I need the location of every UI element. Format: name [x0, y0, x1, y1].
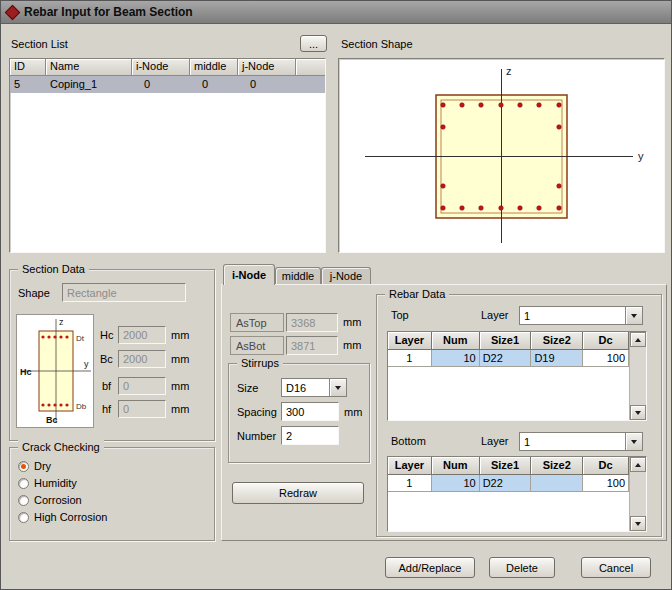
astop-unit: mm	[343, 316, 361, 328]
column-header-inode[interactable]: i-Node	[132, 59, 190, 76]
tab-j-node[interactable]: j-Node	[321, 267, 371, 284]
crack-checking-legend: Crack Checking	[18, 440, 104, 454]
col-size2: Size2	[531, 332, 583, 350]
dropdown-button[interactable]	[329, 379, 346, 396]
column-header-jnode[interactable]: j-Node	[238, 59, 296, 76]
scroll-up-button[interactable]	[630, 332, 646, 347]
window-title: Rebar Input for Beam Section	[24, 5, 193, 19]
diagram-bc-label: Bc	[46, 415, 58, 425]
diagram-db-label: Db	[76, 402, 87, 411]
stirrups-legend: Stirrups	[237, 356, 283, 370]
cell-size2[interactable]	[531, 475, 583, 492]
chevron-down-icon	[631, 314, 637, 318]
tab-label: middle	[282, 270, 314, 282]
scroll-track[interactable]	[630, 347, 646, 405]
scroll-down-button[interactable]	[630, 516, 646, 531]
column-header-id[interactable]: ID	[10, 59, 46, 76]
cell-dc[interactable]: 100	[583, 350, 629, 367]
diagram-dt-label: Dt	[76, 334, 85, 343]
bottom-layer-combo[interactable]: 1	[519, 432, 643, 451]
cell-dc[interactable]: 100	[583, 475, 629, 492]
hf-label: hf	[102, 403, 111, 415]
cell-size1[interactable]: D22	[480, 475, 532, 492]
top-layer-label: Layer	[481, 309, 509, 321]
bc-field: 2000	[118, 350, 166, 368]
cell-num[interactable]: 10	[432, 350, 480, 367]
scroll-track[interactable]	[630, 472, 646, 516]
dropdown-button[interactable]	[625, 307, 642, 324]
tab-middle[interactable]: middle	[275, 267, 321, 284]
radio-indicator	[18, 478, 29, 489]
radio-dry[interactable]: Dry	[18, 459, 51, 473]
astop-field: 3368	[286, 313, 338, 332]
browse-button[interactable]: ...	[300, 35, 327, 52]
cell-layer[interactable]: 1	[388, 475, 432, 492]
column-header-filler	[296, 59, 325, 76]
col-size1: Size1	[480, 332, 532, 350]
column-header-middle[interactable]: middle	[190, 59, 238, 76]
section-list-row[interactable]: 5 Coping_1 0 0 0	[10, 76, 325, 93]
crack-checking-group: Crack Checking Dry Humidity Corrosion Hi…	[9, 447, 215, 541]
section-data-legend: Section Data	[18, 262, 89, 276]
rebar-top-row: 1 10 D22 D19 100	[388, 350, 629, 367]
combo-value: D16	[282, 379, 329, 396]
section-shape-canvas: z y	[338, 58, 665, 253]
bf-field: 0	[118, 377, 166, 395]
radio-label: High Corrosion	[34, 511, 107, 523]
redraw-button[interactable]: Redraw	[232, 482, 364, 504]
radio-corrosion[interactable]: Corrosion	[18, 493, 82, 507]
rebar-top-header: Layer Num Size1 Size2 Dc	[388, 332, 629, 350]
top-layer-combo[interactable]: 1	[519, 306, 643, 325]
stirrups-group: Stirrups Size D16 Spacing mm Number	[228, 363, 370, 463]
section-shape-drawing: z y	[339, 59, 664, 252]
bc-unit: mm	[171, 353, 189, 365]
bottom-layer-label: Layer	[481, 435, 509, 447]
top-table-scrollbar[interactable]	[629, 332, 646, 420]
hc-label: Hc	[100, 329, 113, 341]
cell-size1[interactable]: D22	[480, 350, 532, 367]
radio-humidity[interactable]: Humidity	[18, 476, 77, 490]
number-input[interactable]	[281, 426, 339, 445]
spacing-unit: mm	[344, 406, 362, 418]
cell-middle: 0	[190, 76, 238, 93]
cell-inode: 0	[132, 76, 190, 93]
spacing-input[interactable]	[281, 402, 339, 421]
app-icon	[5, 4, 21, 20]
hc-field: 2000	[118, 326, 166, 344]
cancel-button[interactable]: Cancel	[581, 557, 651, 578]
cell-layer[interactable]: 1	[388, 350, 432, 367]
scroll-down-button[interactable]	[630, 405, 646, 420]
dropdown-button[interactable]	[625, 433, 642, 450]
stirrup-size-combo[interactable]: D16	[281, 378, 347, 397]
col-num: Num	[432, 332, 480, 350]
cell-num[interactable]: 10	[432, 475, 480, 492]
hc-unit: mm	[171, 329, 189, 341]
add-replace-button[interactable]: Add/Replace	[385, 557, 475, 578]
section-list-table: ID Name i-Node middle j-Node 5 Coping_1 …	[9, 58, 326, 253]
titlebar[interactable]: Rebar Input for Beam Section	[1, 1, 671, 24]
arrow-down-icon	[635, 411, 641, 415]
hf-field: 0	[118, 400, 166, 418]
astop-label: AsTop	[230, 313, 284, 332]
tab-i-node[interactable]: i-Node	[223, 264, 275, 285]
node-tab-strip: i-Node middle j-Node	[221, 264, 421, 285]
rebar-bottom-table: Layer Num Size1 Size2 Dc 1 10 D22 100	[387, 456, 647, 532]
col-layer: Layer	[388, 332, 432, 350]
cell-size2[interactable]: D19	[531, 350, 583, 367]
tab-label: i-Node	[232, 269, 266, 281]
diagram-y-label: y	[84, 359, 89, 369]
bottom-table-scrollbar[interactable]	[629, 457, 646, 531]
section-list-label: Section List	[11, 38, 68, 50]
node-tab-panel: AsTop 3368 mm AsBot 3871 mm Stirrups Siz…	[221, 284, 667, 541]
shape-label: Shape	[18, 287, 50, 299]
diagram-z-label: z	[59, 317, 64, 327]
arrow-down-icon	[635, 522, 641, 526]
column-header-name[interactable]: Name	[46, 59, 132, 76]
shape-field: Rectangle	[62, 283, 186, 302]
delete-button[interactable]: Delete	[489, 557, 555, 578]
scroll-up-button[interactable]	[630, 457, 646, 472]
col-dc: Dc	[583, 332, 629, 350]
diagram-hc-label: Hc	[20, 367, 32, 377]
tab-label: j-Node	[330, 270, 362, 282]
radio-high-corrosion[interactable]: High Corrosion	[18, 510, 107, 524]
